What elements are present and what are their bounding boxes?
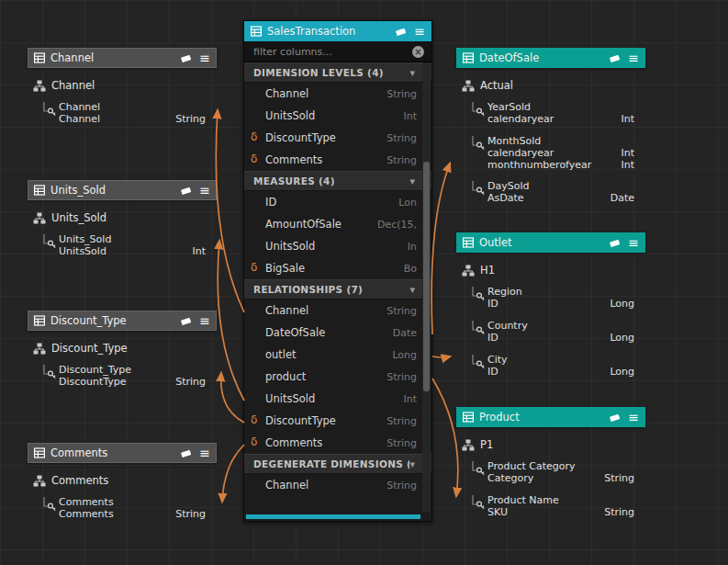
canvas[interactable]: { "icons": { "delta": "δ", "menu": "≡", …	[0, 0, 728, 565]
column-row[interactable]: outlet Long	[244, 344, 431, 366]
vertical-scrollbar[interactable]	[422, 62, 431, 512]
eraser-icon[interactable]	[609, 412, 621, 423]
panel-header[interactable]: Discount_Type ≡	[28, 311, 217, 331]
menu-icon[interactable]: ≡	[199, 185, 210, 196]
menu-icon[interactable]: ≡	[414, 26, 425, 37]
eraser-icon[interactable]	[180, 316, 192, 326]
panel-header[interactable]: SalesTransaction ≡	[244, 21, 431, 41]
level-item[interactable]: Discount_Type DiscountTypeString	[40, 364, 206, 389]
column-type: String	[386, 132, 417, 144]
hierarchy-item[interactable]: Channel	[33, 79, 217, 92]
eraser-icon[interactable]	[180, 448, 192, 458]
column-name: UnitsSold	[265, 392, 403, 405]
column-row[interactable]: Channel String	[244, 83, 431, 105]
dimension-panel-units-sold[interactable]: Units_Sold ≡ Units_Sold Units_Sold Units…	[28, 180, 217, 258]
fact-table-panel[interactable]: SalesTransaction ≡ × DIMENSION LEVELS (4…	[243, 20, 432, 522]
eraser-icon[interactable]	[180, 53, 192, 63]
column-row[interactable]: DateOfSale Date	[244, 322, 431, 344]
level-item[interactable]: Channel ChannelString	[40, 101, 206, 126]
level-type: Long	[610, 366, 634, 378]
menu-icon[interactable]: ≡	[628, 237, 639, 248]
level-type: Int	[192, 245, 206, 257]
dimension-panel-outlet[interactable]: Outlet ≡ H1 Region IDLong Country IDLong…	[456, 232, 645, 379]
column-name: Channel	[265, 304, 386, 317]
column-type: Int	[403, 393, 417, 405]
level-item[interactable]: MonthSold calendaryearInt monthnumberofy…	[469, 135, 634, 171]
column-row[interactable]: UnitsSold Int	[244, 388, 431, 410]
menu-icon[interactable]: ≡	[199, 52, 210, 63]
section-measures[interactable]: MEASURES (4) ▾	[244, 171, 431, 191]
hierarchy-item[interactable]: Discount_Type	[33, 342, 217, 355]
key-icon	[40, 102, 57, 119]
scrollbar-thumb[interactable]	[423, 162, 430, 391]
column-row[interactable]: UnitsSold Int	[244, 105, 431, 127]
level-item[interactable]: Product Name SKUString	[469, 494, 634, 519]
section-degenerate-dimensions[interactable]: DEGENERATE DIMENSIONS (4) ▾	[244, 454, 431, 474]
column-name: DateOfSale	[265, 326, 393, 339]
dimension-panel-product[interactable]: Product ≡ P1 Product Category CategorySt…	[456, 407, 645, 519]
section-label: DIMENSION LEVELS (4)	[253, 67, 409, 78]
level-item[interactable]: YearSold calendaryearInt	[469, 101, 634, 126]
eraser-icon[interactable]	[180, 186, 192, 196]
panel-header[interactable]: DateOfSale ≡	[456, 48, 645, 68]
level-item[interactable]: DaySold AsDateDate	[469, 180, 634, 205]
level-item[interactable]: Units_Sold UnitsSoldInt	[40, 233, 206, 258]
column-row[interactable]: UnitsSold In	[244, 235, 431, 257]
section-relationships[interactable]: RELATIONSHIPS (7) ▾	[244, 279, 431, 299]
level-column: calendaryear	[487, 113, 554, 125]
dimension-panel-dateofsale[interactable]: DateOfSale ≡ Actual YearSold calendaryea…	[456, 48, 645, 205]
column-row[interactable]: δ Comments String	[244, 432, 431, 454]
column-name: UnitsSold	[265, 109, 403, 122]
hierarchy-item[interactable]: H1	[462, 264, 645, 277]
horizontal-scrollbar[interactable]	[246, 514, 420, 519]
level-type: String	[604, 506, 634, 518]
dimension-panel-discount-type[interactable]: Discount_Type ≡ Discount_Type Discount_T…	[28, 311, 217, 389]
key-icon	[469, 461, 486, 478]
hierarchy-label: Discount_Type	[51, 342, 128, 355]
column-row[interactable]: δ DiscountType String	[244, 410, 431, 432]
column-row[interactable]: product String	[244, 366, 431, 388]
panel-header[interactable]: Channel ≡	[28, 48, 217, 68]
level-item[interactable]: Comments CommentsString	[40, 496, 206, 521]
dimension-panel-channel[interactable]: Channel ≡ Channel Channel ChannelString	[28, 48, 217, 126]
level-item[interactable]: Product Category CategoryString	[469, 460, 634, 485]
column-row[interactable]: Channel String	[244, 474, 431, 496]
panel-header[interactable]: Product ≡	[456, 407, 645, 427]
eraser-icon[interactable]	[609, 238, 621, 248]
key-icon	[40, 497, 57, 514]
level-name: DaySold	[487, 180, 529, 192]
panel-title: Outlet	[479, 236, 603, 249]
panel-header[interactable]: Units_Sold ≡	[28, 180, 217, 200]
hierarchy-item[interactable]: Comments	[33, 474, 217, 487]
menu-icon[interactable]: ≡	[628, 52, 639, 63]
column-row[interactable]: δ Comments String	[244, 149, 431, 171]
panel-header[interactable]: Outlet ≡	[456, 232, 645, 253]
hierarchy-item[interactable]: Units_Sold	[33, 211, 217, 224]
section-dimension-levels[interactable]: DIMENSION LEVELS (4) ▾	[244, 62, 431, 83]
section-label: MEASURES (4)	[253, 175, 409, 186]
clear-filter-icon[interactable]: ×	[412, 46, 424, 58]
column-row[interactable]: ID Lon	[244, 191, 431, 213]
hierarchy-item[interactable]: Actual	[462, 79, 645, 92]
level-item[interactable]: City IDLong	[469, 354, 634, 379]
menu-icon[interactable]: ≡	[199, 447, 210, 458]
eraser-icon[interactable]	[395, 27, 407, 37]
column-row[interactable]: δ BigSale Bo	[244, 257, 431, 279]
level-item[interactable]: Region IDLong	[469, 286, 634, 311]
panel-header[interactable]: Comments ≡	[28, 443, 217, 463]
column-name: AmountOfSale	[265, 218, 377, 231]
eraser-icon[interactable]	[609, 53, 621, 63]
arrow-unitssold	[218, 241, 244, 401]
menu-icon[interactable]: ≡	[628, 412, 639, 423]
column-row[interactable]: AmountOfSale Dec(15,	[244, 213, 431, 235]
dimension-panel-comments[interactable]: Comments ≡ Comments Comments CommentsStr…	[28, 443, 217, 521]
section-label: DEGENERATE DIMENSIONS (4)	[253, 458, 409, 469]
column-row[interactable]: δ DiscountType String	[244, 127, 431, 149]
level-item[interactable]: Country IDLong	[469, 320, 634, 345]
menu-icon[interactable]: ≡	[199, 315, 210, 326]
filter-columns-input[interactable]	[252, 45, 407, 59]
column-row[interactable]: Channel String	[244, 299, 431, 322]
hierarchy-item[interactable]: P1	[462, 438, 645, 451]
level-column: calendaryear	[487, 147, 554, 159]
key-icon	[40, 365, 57, 381]
